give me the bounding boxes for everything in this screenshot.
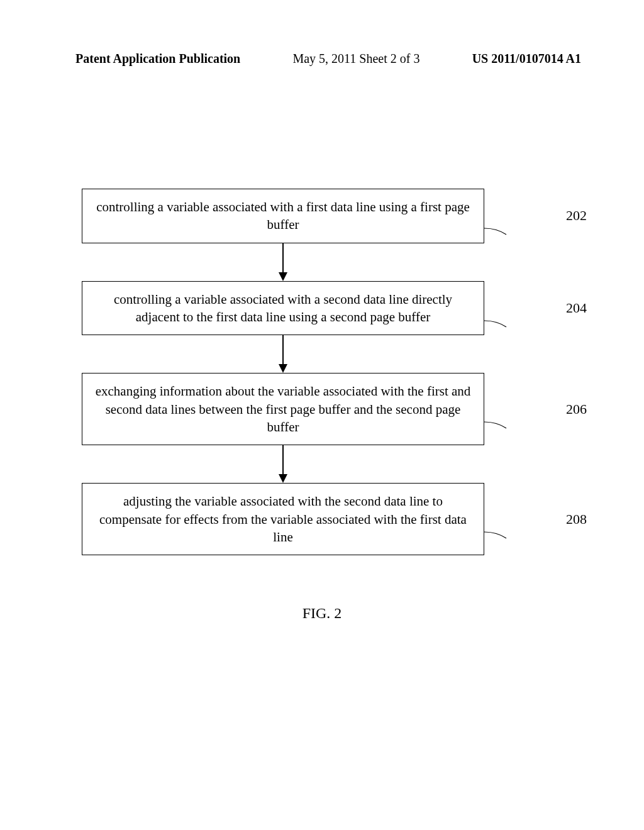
header-right: US 2011/0107014 A1	[472, 52, 581, 66]
flow-arrow-icon	[82, 445, 484, 483]
flow-step-number: 202	[566, 208, 587, 224]
svg-marker-3	[279, 364, 287, 373]
flow-step-box: exchanging information about the variabl…	[82, 373, 484, 445]
flow-step-box: controlling a variable associated with a…	[82, 281, 484, 336]
flow-step: adjusting the variable associated with t…	[82, 483, 484, 555]
flow-arrow-icon	[82, 243, 484, 281]
page: Patent Application Publication May 5, 20…	[0, 0, 644, 830]
flow-step-text: adjusting the variable associated with t…	[99, 494, 467, 545]
header-center: May 5, 2011 Sheet 2 of 3	[292, 52, 419, 66]
flow-step: controlling a variable associated with a…	[82, 281, 484, 336]
flow-step: controlling a variable associated with a…	[82, 189, 484, 243]
flow-step-number: 204	[566, 300, 587, 316]
flow-step-text: controlling a variable associated with a…	[114, 292, 452, 324]
header-left: Patent Application Publication	[75, 52, 240, 66]
figure-caption: FIG. 2	[0, 605, 644, 622]
flow-step: exchanging information about the variabl…	[82, 373, 484, 445]
flow-arrow-icon	[82, 335, 484, 373]
svg-marker-1	[279, 272, 287, 281]
flowchart: controlling a variable associated with a…	[82, 189, 560, 555]
flow-step-number: 206	[566, 401, 587, 418]
flow-step-number: 208	[566, 511, 587, 528]
flow-step-box: adjusting the variable associated with t…	[82, 483, 484, 555]
flow-step-text: exchanging information about the variabl…	[96, 384, 471, 434]
flow-step-box: controlling a variable associated with a…	[82, 189, 484, 243]
svg-marker-5	[279, 474, 287, 483]
flow-step-text: controlling a variable associated with a…	[96, 199, 470, 232]
page-header: Patent Application Publication May 5, 20…	[0, 52, 644, 66]
